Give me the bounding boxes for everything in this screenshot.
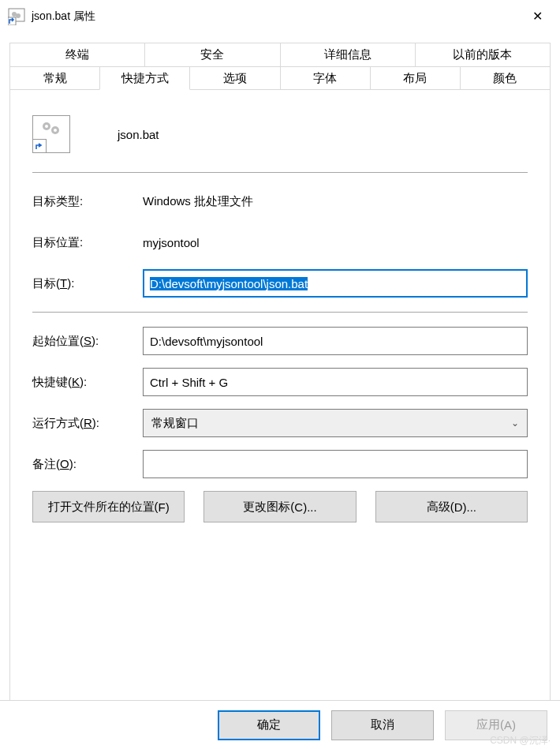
tab-options[interactable]: 选项 [189,66,280,90]
shortcut-panel: json.bat 目标类型: Windows 批处理文件 目标位置: myjso… [9,90,551,737]
row-comment: 备注(O): [32,450,528,478]
start-in-input[interactable] [143,327,528,355]
separator [32,172,528,173]
label-target-location: 目标位置: [32,235,143,250]
svg-point-5 [45,125,48,128]
label-comment: 备注(O): [32,457,143,472]
window-title: json.bat 属性 [32,9,519,24]
close-icon: ✕ [532,9,543,24]
cancel-button[interactable]: 取消 [331,710,434,740]
tab-general[interactable]: 常规 [9,66,100,90]
watermark: CSDN @沉泽· [490,734,551,747]
row-target-location: 目标位置: myjsontool [32,228,528,257]
svg-point-7 [54,129,57,132]
tab-shortcut[interactable]: 快捷方式 [99,66,190,90]
shortcut-arrow-icon [32,139,47,153]
run-select-value: 常规窗口 [151,416,199,431]
run-select[interactable]: 常规窗口 ⌄ [143,409,528,437]
header-row: json.bat [32,110,528,158]
tab-terminal[interactable]: 终端 [9,43,145,66]
tab-font[interactable]: 字体 [280,66,371,90]
shortcut-key-input[interactable] [143,368,528,396]
svg-point-2 [16,13,21,18]
tab-colors[interactable]: 颜色 [460,66,551,90]
titlebar: json.bat 属性 ✕ [0,0,560,33]
label-shortcut-key: 快捷键(K): [32,375,143,390]
shortcut-large-icon [32,115,70,153]
action-buttons-row: 打开文件所在的位置(F) 更改图标(C)... 高级(D)... [32,491,528,522]
advanced-button[interactable]: 高级(D)... [375,491,528,522]
label-run: 运行方式(R): [32,416,143,431]
value-target-type: Windows 批处理文件 [143,194,253,209]
gears-icon [39,119,63,140]
label-target-type: 目标类型: [32,194,143,209]
tab-layout[interactable]: 布局 [370,66,461,90]
row-run: 运行方式(R): 常规窗口 ⌄ [32,409,528,437]
window-icon [8,8,25,25]
change-icon-button[interactable]: 更改图标(C)... [203,491,356,522]
label-target: 目标(T): [32,276,143,291]
tab-security[interactable]: 安全 [144,43,280,66]
chevron-down-icon: ⌄ [511,418,519,429]
shortcut-filename: json.bat [118,128,159,141]
open-file-location-button[interactable]: 打开文件所在的位置(F) [32,491,185,522]
close-button[interactable]: ✕ [519,5,555,28]
row-shortcut-key: 快捷键(K): [32,368,528,396]
dialog-button-bar: 确定 取消 应用(A) [0,700,560,749]
ok-button[interactable]: 确定 [218,710,320,740]
comment-input[interactable] [143,450,528,478]
label-start-in: 起始位置(S): [32,334,143,349]
value-target-location: myjsontool [143,236,200,249]
row-target: 目标(T): D:\devsoft\myjsontool\json.bat [32,269,528,298]
separator [32,312,528,313]
row-target-type: 目标类型: Windows 批处理文件 [32,187,528,215]
row-start-in: 起始位置(S): [32,327,528,355]
tab-strip: 终端 安全 详细信息 以前的版本 常规 快捷方式 选项 字体 布局 颜色 [0,33,560,90]
target-input[interactable]: D:\devsoft\myjsontool\json.bat [143,269,528,298]
tab-previous-versions[interactable]: 以前的版本 [415,43,551,66]
tab-details[interactable]: 详细信息 [280,43,416,66]
